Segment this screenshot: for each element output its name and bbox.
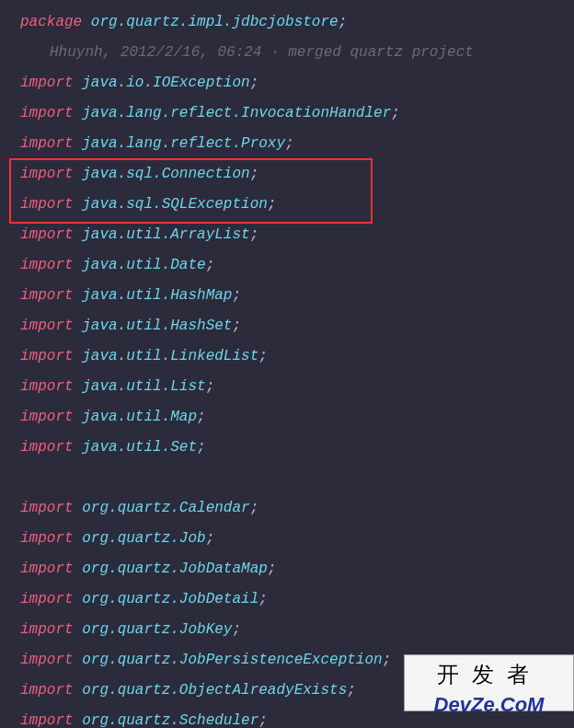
semicolon: ; <box>391 105 400 121</box>
watermark-chinese: 开发者 <box>405 655 573 689</box>
import-line[interactable]: import org.quartz.JobDataMap; <box>20 554 574 584</box>
import-path: org.quartz.ObjectAlreadyExists <box>82 682 347 699</box>
import-line[interactable]: import org.quartz.JobDetail; <box>20 584 574 615</box>
semicolon: ; <box>258 348 268 364</box>
keyword-import: import <box>20 226 74 243</box>
semicolon: ; <box>250 226 259 243</box>
import-line[interactable]: import java.util.Map; <box>20 402 574 433</box>
keyword-import: import <box>20 166 74 182</box>
keyword-package: package <box>20 14 82 30</box>
import-line[interactable]: import java.util.Set; <box>20 433 574 463</box>
import-line[interactable]: import java.util.List; <box>20 372 574 402</box>
keyword-import: import <box>20 257 74 273</box>
semicolon: ; <box>258 712 268 728</box>
semicolon: ; <box>206 378 215 395</box>
keyword-import: import <box>20 591 74 607</box>
import-path: java.util.LinkedList <box>82 348 258 364</box>
import-line[interactable]: import java.io.IOException; <box>20 68 574 98</box>
import-path: org.quartz.JobDataMap <box>82 560 268 577</box>
import-line[interactable]: import java.util.Date; <box>20 250 574 281</box>
import-path: org.quartz.JobPersistenceException <box>82 652 382 668</box>
import-path: org.quartz.Scheduler <box>82 712 258 728</box>
semicolon: ; <box>250 75 259 91</box>
import-line[interactable]: import java.util.HashMap; <box>20 281 574 311</box>
keyword-import: import <box>20 348 74 364</box>
import-path: java.io.IOException <box>82 75 249 91</box>
blank-line <box>20 463 574 493</box>
import-path: java.lang.reflect.Proxy <box>82 135 285 152</box>
import-path: org.quartz.JobKey <box>82 621 232 638</box>
semicolon: ; <box>347 682 356 699</box>
import-path: java.util.Date <box>82 257 205 273</box>
semicolon: ; <box>383 652 392 668</box>
import-path: java.lang.reflect.InvocationHandler <box>82 105 391 121</box>
semicolon: ; <box>232 318 241 334</box>
semicolon: ; <box>268 560 277 577</box>
import-path: java.util.List <box>82 378 205 395</box>
keyword-import: import <box>20 560 74 577</box>
watermark-overlay: 开发者 DevZe.CoM <box>404 654 574 711</box>
keyword-import: import <box>20 500 74 516</box>
semicolon: ; <box>250 166 259 182</box>
code-editor[interactable]: package org.quartz.impl.jdbcjobstore; Hh… <box>0 0 574 728</box>
import-path: java.sql.SQLException <box>82 196 268 213</box>
import-path: org.quartz.Calendar <box>82 500 249 516</box>
package-line[interactable]: package org.quartz.impl.jdbcjobstore; <box>20 7 574 38</box>
keyword-import: import <box>20 409 74 425</box>
import-line[interactable]: import java.sql.Connection; <box>20 159 574 190</box>
keyword-import: import <box>20 318 74 334</box>
import-line[interactable]: import org.quartz.Job; <box>20 524 574 554</box>
semicolon: ; <box>268 196 277 213</box>
keyword-import: import <box>20 196 74 213</box>
import-line[interactable]: import java.util.LinkedList; <box>20 341 574 372</box>
keyword-import: import <box>20 75 74 91</box>
keyword-import: import <box>20 621 74 638</box>
import-line[interactable]: import java.util.ArrayList; <box>20 220 574 250</box>
import-path: java.util.HashMap <box>82 287 232 304</box>
keyword-import: import <box>20 712 74 728</box>
semicolon: ; <box>250 500 259 516</box>
keyword-import: import <box>20 530 74 547</box>
import-line[interactable]: import java.lang.reflect.InvocationHandl… <box>20 98 574 129</box>
keyword-import: import <box>20 652 74 668</box>
keyword-import: import <box>20 287 74 304</box>
keyword-import: import <box>20 378 74 395</box>
semicolon: ; <box>232 287 241 304</box>
semicolon: ; <box>232 621 241 638</box>
package-name: org.quartz.impl.jdbcjobstore <box>91 14 339 30</box>
semicolon: ; <box>339 14 348 30</box>
import-line[interactable]: import java.util.HashSet; <box>20 311 574 341</box>
import-line[interactable]: import org.quartz.JobKey; <box>20 615 574 645</box>
semicolon: ; <box>197 409 206 425</box>
import-line[interactable]: import java.sql.SQLException; <box>20 190 574 220</box>
semicolon: ; <box>197 439 206 456</box>
keyword-import: import <box>20 105 74 121</box>
semicolon: ; <box>206 257 215 273</box>
import-path: java.sql.Connection <box>82 166 249 182</box>
keyword-import: import <box>20 439 74 456</box>
import-path: java.util.Map <box>82 409 197 425</box>
semicolon: ; <box>206 530 215 547</box>
watermark-url: DevZe.CoM <box>405 689 573 720</box>
import-path: org.quartz.JobDetail <box>82 591 258 607</box>
semicolon: ; <box>285 135 294 152</box>
import-path: java.util.ArrayList <box>82 226 249 243</box>
import-line[interactable]: import org.quartz.Calendar; <box>20 493 574 524</box>
import-path: java.util.Set <box>82 439 197 456</box>
import-line[interactable]: import java.lang.reflect.Proxy; <box>20 129 574 159</box>
blame-annotation: Hhuynh, 2012/2/16, 06:24 · merged quartz… <box>20 38 574 68</box>
import-path: java.util.HashSet <box>82 318 232 334</box>
import-path: org.quartz.Job <box>82 530 205 547</box>
semicolon: ; <box>258 591 268 607</box>
keyword-import: import <box>20 135 74 152</box>
keyword-import: import <box>20 682 74 699</box>
